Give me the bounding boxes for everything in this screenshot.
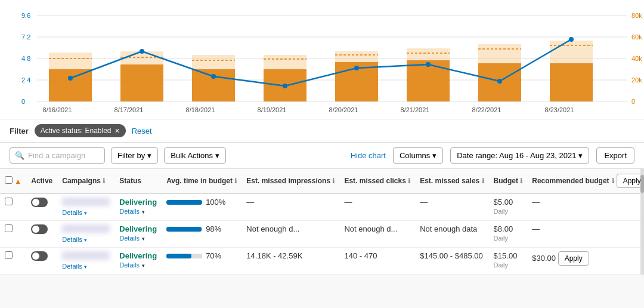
th-est-missed-sales: Est. missed sales ℹ bbox=[415, 169, 488, 193]
row2-toggle-cell[interactable] bbox=[26, 221, 57, 248]
th-active: Active bbox=[26, 169, 57, 193]
row3-recommended-budget: $30.00 bbox=[532, 254, 556, 263]
row3-details-link[interactable]: Details ▾ bbox=[62, 263, 87, 270]
row3-toggle[interactable] bbox=[31, 251, 48, 261]
bar-8 bbox=[550, 63, 593, 101]
row1-progress-bar: 100% bbox=[166, 198, 237, 207]
row3-bar-fill bbox=[166, 254, 191, 258]
est-missed-sales-info-icon[interactable]: ℹ bbox=[482, 177, 484, 184]
th-campaigns-label: Campaigns bbox=[62, 177, 101, 185]
row2-recommended-budget: — bbox=[527, 221, 644, 248]
row2-details-link[interactable]: Details ▾ bbox=[62, 236, 87, 243]
th-status-label: Status bbox=[119, 177, 141, 185]
table-wrapper: ▲ Active Campaigns ℹ Status Avg. time in… bbox=[0, 169, 644, 275]
row1-avg-time-cell: 100% bbox=[162, 193, 242, 221]
filter-by-button[interactable]: Filter by ▾ bbox=[111, 147, 158, 164]
avg-time-info-icon[interactable]: ℹ bbox=[234, 177, 237, 184]
row3-status-details[interactable]: Details bbox=[119, 261, 140, 269]
row1-est-impressions: — bbox=[242, 193, 339, 221]
row3-checkbox-cell[interactable] bbox=[0, 248, 26, 275]
select-all-checkbox[interactable] bbox=[5, 176, 13, 184]
th-est-missed-impressions: Est. missed impressions ℹ bbox=[242, 169, 339, 193]
table-row: Details ▾ Delivering Details ▾ 70% 14.18… bbox=[0, 248, 644, 275]
line-dot-3 bbox=[211, 74, 216, 79]
row1-toggle[interactable] bbox=[31, 198, 48, 207]
row1-bar-fill bbox=[166, 200, 202, 205]
est-missed-impressions-info-icon[interactable]: ℹ bbox=[332, 177, 335, 184]
row3-status-chevron: ▾ bbox=[142, 263, 145, 269]
recommended-budget-info-icon[interactable]: ℹ bbox=[612, 177, 614, 185]
warning-icon: ▲ bbox=[14, 177, 21, 186]
export-button[interactable]: Export bbox=[596, 147, 634, 164]
row3-bar-bg bbox=[166, 254, 202, 258]
row3-budget-period: Daily bbox=[494, 261, 508, 269]
th-active-label: Active bbox=[31, 177, 52, 185]
row2-campaign-name bbox=[62, 224, 110, 233]
est-missed-clicks-info-icon[interactable]: ℹ bbox=[408, 177, 410, 184]
row3-toggle-cell[interactable] bbox=[26, 248, 57, 275]
scrollbar[interactable] bbox=[640, 169, 644, 275]
bar-2 bbox=[120, 64, 163, 101]
row3-checkbox[interactable] bbox=[5, 251, 13, 259]
th-est-missed-impressions-label: Est. missed impressions bbox=[246, 177, 330, 185]
row3-progress-bar: 70% bbox=[166, 251, 237, 260]
row3-campaign-name bbox=[62, 251, 110, 260]
bar-5-light bbox=[335, 51, 378, 62]
line-dot-2 bbox=[140, 49, 144, 54]
row3-est-sales: $145.00 - $485.00 bbox=[415, 248, 488, 275]
chart-y-right-80k: 80k bbox=[631, 12, 642, 19]
th-budget: Budget ℹ bbox=[489, 169, 528, 193]
row1-checkbox[interactable] bbox=[5, 198, 13, 205]
bar-8-light bbox=[550, 41, 593, 63]
bulk-actions-label: Bulk Actions bbox=[171, 151, 213, 160]
date-range-label: Date range: Aug 16 - Aug 23, 2021 bbox=[457, 151, 576, 160]
row1-est-sales: — bbox=[415, 193, 488, 221]
row2-status-chevron: ▾ bbox=[142, 236, 145, 242]
bulk-actions-chevron: ▾ bbox=[215, 151, 219, 160]
chart-y-right-60k: 60k bbox=[631, 33, 642, 41]
row2-toggle[interactable] bbox=[31, 224, 48, 234]
row2-bar-bg bbox=[166, 227, 202, 232]
row2-est-sales: Not enough data bbox=[415, 221, 488, 248]
row2-checkbox[interactable] bbox=[5, 224, 13, 232]
row1-status-details[interactable]: Details bbox=[119, 208, 140, 215]
x-label-7: 8/22/2021 bbox=[472, 106, 501, 113]
chart-y-left-4.8: 4.8 bbox=[21, 55, 30, 62]
th-avg-time: Avg. time in budget ℹ bbox=[162, 169, 242, 193]
row2-checkbox-cell[interactable] bbox=[0, 221, 26, 248]
row1-bar-bg bbox=[166, 200, 202, 205]
scroll-thumb[interactable] bbox=[640, 175, 644, 193]
budget-info-icon[interactable]: ℹ bbox=[520, 177, 522, 184]
bulk-actions-button[interactable]: Bulk Actions ▾ bbox=[164, 147, 226, 164]
bar-1 bbox=[49, 69, 92, 101]
bar-1-light bbox=[49, 53, 92, 69]
chart-y-left-7.2: 7.2 bbox=[21, 33, 30, 41]
chart-y-left-2.4: 2.4 bbox=[21, 76, 30, 84]
filter-chip-close[interactable]: × bbox=[115, 126, 120, 135]
th-budget-label: Budget bbox=[494, 177, 518, 185]
th-checkbox[interactable]: ▲ bbox=[0, 169, 26, 193]
hide-chart-button[interactable]: Hide chart bbox=[351, 151, 386, 160]
x-label-8: 8/23/2021 bbox=[545, 106, 574, 113]
row1-progress-label: 100% bbox=[206, 198, 225, 207]
row3-apply-button[interactable]: Apply bbox=[558, 251, 589, 266]
th-est-missed-clicks: Est. missed clicks ℹ bbox=[339, 169, 415, 193]
th-recommended-budget: Recommended budget ℹ Apply all bbox=[527, 169, 644, 193]
campaigns-info-icon[interactable]: ℹ bbox=[103, 177, 105, 184]
date-range-button[interactable]: Date range: Aug 16 - Aug 23, 2021 ▾ bbox=[450, 147, 589, 164]
filter-chip[interactable]: Active status: Enabled × bbox=[35, 124, 126, 137]
filter-chip-label: Active status: Enabled bbox=[41, 127, 112, 135]
line-dot-7 bbox=[497, 79, 502, 84]
th-status: Status bbox=[114, 169, 162, 193]
columns-button[interactable]: Columns ▾ bbox=[393, 147, 443, 164]
row1-checkbox-cell[interactable] bbox=[0, 193, 26, 221]
toolbar-right: Hide chart Columns ▾ Date range: Aug 16 … bbox=[351, 147, 634, 164]
row2-avg-time-cell: 98% bbox=[162, 221, 242, 248]
row1-details-link[interactable]: Details ▾ bbox=[62, 209, 87, 216]
x-label-3: 8/18/2021 bbox=[186, 106, 215, 113]
reset-link[interactable]: Reset bbox=[132, 127, 152, 135]
row2-status-details[interactable]: Details bbox=[119, 235, 140, 242]
row1-campaign-name bbox=[62, 198, 110, 206]
row1-toggle-cell[interactable] bbox=[26, 193, 57, 221]
search-input-wrapper[interactable]: 🔍 Find a campaign bbox=[10, 147, 105, 164]
